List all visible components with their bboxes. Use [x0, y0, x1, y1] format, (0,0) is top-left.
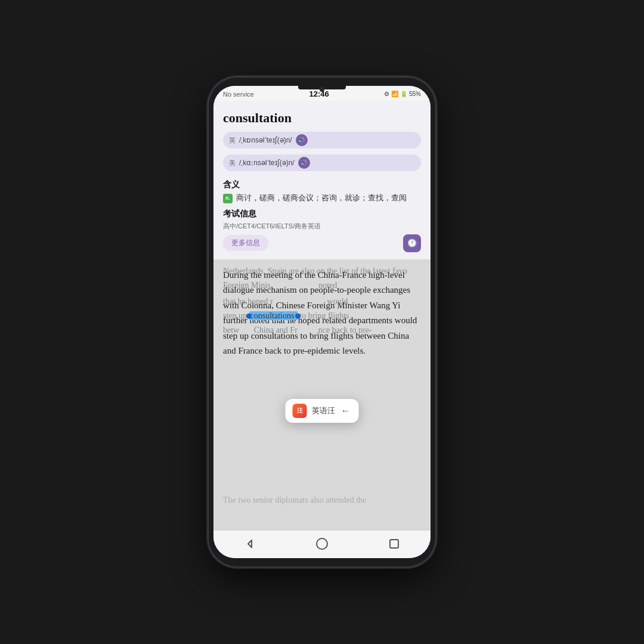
uk-label: 英 — [229, 136, 236, 145]
wifi-icon: ⚙ — [384, 91, 389, 97]
selection-handle-left[interactable] — [246, 313, 252, 318]
nav-back-icon — [244, 538, 256, 550]
svg-point-1 — [317, 538, 327, 549]
bookmark-button[interactable]: 🕐 — [403, 234, 421, 252]
uk-speaker-button[interactable]: 🔊 — [296, 134, 308, 146]
app-tooltip[interactable]: 汪 英语汪 ← — [286, 399, 359, 423]
signal-icon: 📶 — [391, 91, 398, 97]
nav-recent-icon — [388, 538, 400, 550]
clock-icon: 🕐 — [407, 239, 417, 247]
nav-bar — [213, 530, 431, 558]
meaning-text: 商讨，磋商，磋商会议；咨询，就诊；查找，查阅 — [236, 193, 407, 204]
bg-text-partial2: Foreign Minis — [223, 281, 271, 290]
clock: 12:46 — [309, 89, 329, 98]
phonetic-us: 美 /ˌkɑːnsəlˈteɪʃ(ə)n/ 🔊 — [223, 154, 421, 171]
bottom-article-text: The two senior diplomats also attended t… — [213, 493, 431, 507]
phone-screen: No service 12:46 ⚙ 📶 🔋 55% consultation … — [213, 86, 431, 558]
phonetic-uk: 英 /ˌkɒnsəlˈteɪʃ(ə)n/ 🔊 — [223, 132, 421, 148]
nav-back-button[interactable] — [239, 535, 261, 552]
exam-section-title: 考试信息 — [223, 209, 421, 219]
bg-article-top: Netherlands, Spain are also on the list … — [213, 259, 431, 295]
battery-icon: 🔋 55% — [400, 91, 421, 97]
popup-overlay: Netherlands, Spain are also on the list … — [213, 259, 431, 530]
word-title: consultation — [223, 110, 421, 126]
svg-rect-2 — [390, 540, 398, 548]
svg-marker-0 — [248, 540, 252, 547]
dict-footer: 更多信息 🕐 — [223, 234, 421, 252]
back-arrow-button[interactable]: ← — [340, 405, 352, 417]
nav-home-icon — [315, 537, 329, 550]
us-speaker-button[interactable]: 🔊 — [298, 157, 310, 169]
network-status: No service — [223, 91, 254, 98]
app-icon: 汪 — [293, 404, 307, 418]
nav-home-button[interactable] — [311, 535, 333, 552]
bg-text-partial3: that he hoped r — [223, 297, 273, 306]
bg-text-would: would — [327, 297, 348, 306]
us-label: 美 — [229, 159, 236, 168]
meaning-row: n. 商讨，磋商，磋商会议；咨询，就诊；查找，查阅 — [223, 193, 421, 204]
bg-text-partial1: Netherlands, Spain are also on the list … — [223, 267, 407, 275]
bg-article-bottom: that he hoped r would step up consultati… — [213, 295, 431, 337]
nav-recent-button[interactable] — [383, 535, 405, 552]
dictionary-card: consultation 英 /ˌkɒnsəlˈteɪʃ(ə)n/ 🔊 美 /ˌ… — [213, 101, 431, 259]
uk-phonetic: /ˌkɒnsəlˈteɪʃ(ə)n/ — [239, 136, 292, 144]
bg-text-noted: noted — [318, 281, 337, 290]
us-phonetic: /ˌkɑːnsəlˈteɪʃ(ə)n/ — [239, 159, 295, 167]
exam-levels: 高中/CET4/CET6/IELTS/商务英语 — [223, 222, 421, 231]
phone-frame: No service 12:46 ⚙ 📶 🔋 55% consultation … — [209, 78, 435, 566]
highlighted-word: consultations — [249, 311, 298, 320]
pos-badge: n. — [223, 194, 233, 203]
meaning-section-title: 含义 — [223, 179, 421, 190]
more-info-button[interactable]: 更多信息 — [223, 235, 268, 251]
article-area: During the meeting of the China-France h… — [213, 259, 431, 530]
app-tooltip-label: 英语汪 — [312, 405, 335, 416]
system-icons: ⚙ 📶 🔋 55% — [384, 91, 421, 97]
selection-handle-right[interactable] — [295, 313, 301, 318]
camera-dot — [320, 87, 324, 92]
